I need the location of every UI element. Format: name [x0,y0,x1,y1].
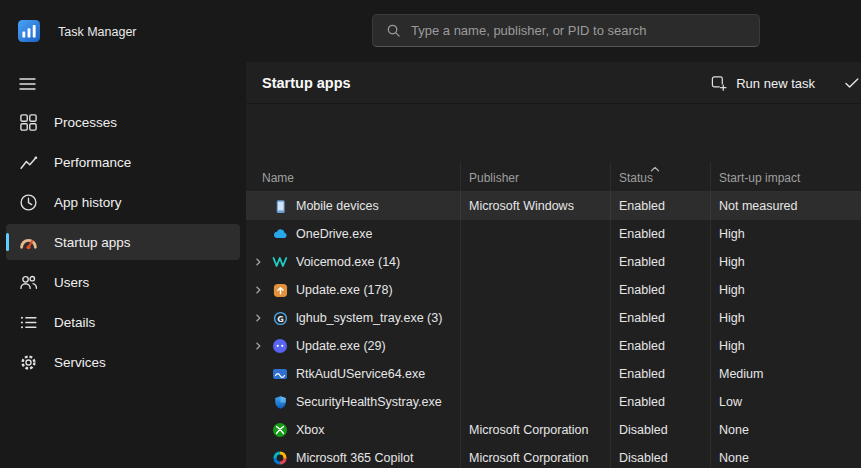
impact-cell: Low [710,388,861,416]
name-cell: Glghub_system_tray.exe (3) [246,304,460,332]
table-row[interactable]: SecurityHealthSystray.exeEnabledLow [246,388,861,416]
table-row[interactable]: Update.exe (29)EnabledHigh [246,332,861,360]
impact-cell: High [710,220,861,248]
publisher-cell [460,332,610,360]
update-blue-icon [272,338,288,354]
table-row[interactable]: XboxMicrosoft CorporationDisabledNone [246,416,861,444]
window-title: Task Manager [58,25,137,39]
menu-toggle-button[interactable] [8,68,46,100]
status-cell: Enabled [610,304,710,332]
sidebar-item-app-history[interactable]: App history [6,184,240,220]
publisher-cell [460,220,610,248]
startup-apps-table: NamePublisherStatusStart-up impact Mobil… [246,162,861,468]
impact-cell: High [710,276,861,304]
voicemod-icon [272,254,288,270]
search-box[interactable] [372,14,760,47]
sidebar-item-details[interactable]: Details [6,304,240,340]
status-cell: Enabled [610,388,710,416]
chevron-placeholder [250,394,266,410]
status-cell: Enabled [610,248,710,276]
sidebar-item-processes[interactable]: Processes [6,104,240,140]
app-name: Voicemod.exe (14) [296,255,400,269]
run-new-task-icon [711,75,727,91]
performance-icon [18,152,38,172]
sort-ascending-icon [649,165,661,173]
onedrive-icon [272,226,288,242]
column-header-publisher[interactable]: Publisher [460,162,610,191]
expand-chevron-icon[interactable] [250,282,266,298]
table-row[interactable]: Glghub_system_tray.exe (3)EnabledHigh [246,304,861,332]
table-row[interactable]: Voicemod.exe (14)EnabledHigh [246,248,861,276]
sidebar-item-label: Services [54,355,106,370]
publisher-cell: Microsoft Corporation [460,416,610,444]
name-cell: RtkAudUService64.exe [246,360,460,388]
column-header-start-up-impact[interactable]: Start-up impact [710,162,861,191]
app-name: Xbox [296,423,325,437]
status-cell: Enabled [610,360,710,388]
sidebar-item-label: Users [54,275,89,290]
update-orange-icon [272,282,288,298]
expand-chevron-icon[interactable] [250,254,266,270]
table-row[interactable]: Update.exe (178)EnabledHigh [246,276,861,304]
chevron-placeholder [250,198,266,214]
app-name: Microsoft 365 Copilot [296,451,413,465]
mobile-devices-icon [272,198,288,214]
page-title: Startup apps [262,75,351,91]
app-name: Update.exe (29) [296,339,386,353]
status-cell: Disabled [610,416,710,444]
status-cell: Enabled [610,192,710,220]
table-header: NamePublisherStatusStart-up impact [246,162,861,192]
chevron-placeholder [250,422,266,438]
sidebar-item-startup-apps[interactable]: Startup apps [6,224,240,260]
search-input[interactable] [411,23,747,38]
publisher-cell [460,388,610,416]
column-header-status[interactable]: Status [610,162,710,191]
publisher-cell [460,360,610,388]
column-header-label: Publisher [469,171,519,185]
sidebar-item-label: Performance [54,155,131,170]
table-row[interactable]: Mobile devicesMicrosoft WindowsEnabledNo… [246,192,861,220]
page-header: Startup apps Run new task [246,62,861,104]
checkmark-icon[interactable] [843,75,861,91]
name-cell: Microsoft 365 Copilot [246,444,460,468]
sidebar-item-services[interactable]: Services [6,344,240,380]
name-cell: Update.exe (29) [246,332,460,360]
sidebar-item-label: App history [54,195,122,210]
status-cell: Enabled [610,276,710,304]
main-panel: Startup apps Run new task NamePublisherS… [246,62,861,468]
expand-chevron-icon[interactable] [250,338,266,354]
column-header-label: Start-up impact [719,171,800,185]
publisher-cell: Microsoft Windows [460,192,610,220]
impact-cell: High [710,304,861,332]
column-header-label: Name [262,171,294,185]
run-new-task-button[interactable]: Run new task [699,68,827,98]
column-header-name[interactable]: Name [246,162,460,191]
services-icon [18,352,38,372]
app-name: Mobile devices [296,199,379,213]
sidebar-item-label: Processes [54,115,117,130]
run-new-task-label: Run new task [736,76,815,91]
name-cell: Mobile devices [246,192,460,220]
publisher-cell [460,248,610,276]
table-row[interactable]: Microsoft 365 CopilotMicrosoft Corporati… [246,444,861,468]
app-name: lghub_system_tray.exe (3) [296,311,442,325]
processes-icon [18,112,38,132]
sidebar-item-performance[interactable]: Performance [6,144,240,180]
app-history-icon [18,192,38,212]
impact-cell: Medium [710,360,861,388]
table-body: Mobile devicesMicrosoft WindowsEnabledNo… [246,192,861,468]
app-name: SecurityHealthSystray.exe [296,395,442,409]
status-cell: Disabled [610,444,710,468]
table-row[interactable]: RtkAudUService64.exeEnabledMedium [246,360,861,388]
impact-cell: None [710,416,861,444]
title-bar: Task Manager [0,0,861,62]
app-name: Update.exe (178) [296,283,393,297]
impact-cell: High [710,332,861,360]
sidebar-item-users[interactable]: Users [6,264,240,300]
chevron-placeholder [250,450,266,466]
sidebar: ProcessesPerformanceApp historyStartup a… [0,62,246,468]
table-row[interactable]: OneDrive.exeEnabledHigh [246,220,861,248]
impact-cell: Not measured [710,192,861,220]
app-name: OneDrive.exe [296,227,372,241]
expand-chevron-icon[interactable] [250,310,266,326]
